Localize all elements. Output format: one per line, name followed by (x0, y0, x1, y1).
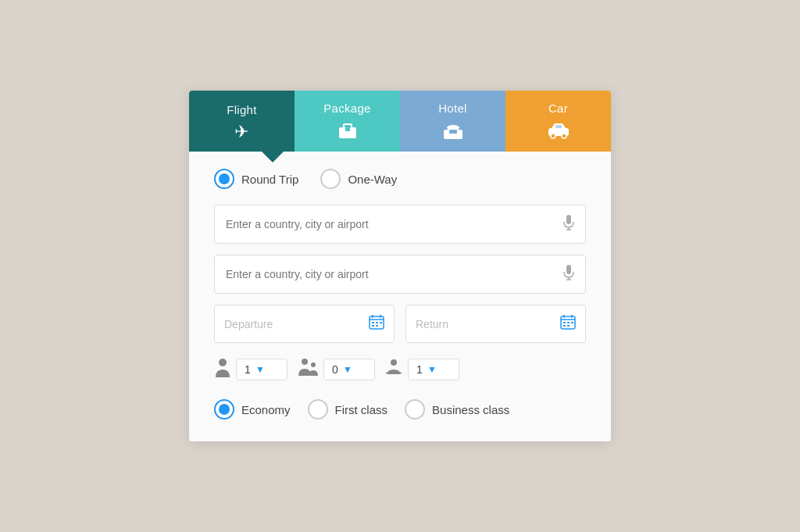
departure-field[interactable]: Departure (214, 305, 395, 343)
one-way-radio[interactable] (320, 169, 341, 189)
svg-point-7 (551, 134, 555, 138)
tab-package-label: Package (323, 102, 370, 115)
adults-dropdown-arrow: ▼ (255, 364, 265, 375)
infants-dropdown-arrow: ▼ (427, 364, 437, 375)
infants-group: 0 1 2 ▼ (384, 359, 459, 380)
tab-bar: Flight ✈ Package Hotel (189, 91, 611, 152)
adults-select[interactable]: 1 2 3 4 5 (245, 363, 252, 376)
tab-flight-label: Flight (227, 103, 256, 116)
children-icon (297, 357, 319, 382)
round-trip-option[interactable]: Round Trip (214, 169, 298, 189)
infant-icon (384, 359, 403, 380)
mic-icon-destination (563, 265, 574, 284)
svg-rect-23 (372, 325, 374, 327)
svg-rect-24 (376, 325, 378, 327)
svg-rect-32 (563, 325, 566, 327)
return-calendar-icon (560, 314, 576, 334)
children-group: 0 1 2 3 4 ▼ (297, 357, 375, 382)
round-trip-radio[interactable] (214, 169, 234, 189)
tab-package[interactable]: Package (295, 91, 400, 152)
infants-select-wrap[interactable]: 0 1 2 ▼ (408, 359, 459, 380)
origin-field[interactable] (214, 205, 586, 244)
svg-point-36 (311, 362, 316, 367)
tab-car[interactable]: Car (505, 91, 611, 152)
svg-rect-30 (567, 322, 570, 323)
first-class-label: First class (335, 403, 388, 416)
svg-rect-9 (555, 125, 562, 128)
business-class-label: Business class (432, 403, 509, 416)
adults-select-wrap[interactable]: 1 2 3 4 5 ▼ (236, 359, 288, 380)
round-trip-label: Round Trip (241, 173, 298, 186)
first-class-option[interactable]: First class (308, 399, 388, 420)
svg-point-35 (302, 359, 308, 365)
svg-rect-33 (567, 325, 570, 327)
booking-card: Flight ✈ Package Hotel (189, 91, 611, 441)
round-trip-dot (219, 173, 230, 184)
trip-type-row: Round Trip One-Way (214, 169, 586, 189)
destination-field[interactable] (214, 255, 586, 294)
children-dropdown-arrow: ▼ (343, 364, 352, 375)
adults-group: 1 2 3 4 5 ▼ (214, 357, 288, 382)
tab-hotel[interactable]: Hotel (400, 91, 505, 152)
return-placeholder: Return (416, 318, 448, 330)
svg-rect-29 (563, 322, 566, 323)
first-class-radio[interactable] (308, 399, 328, 420)
origin-input[interactable] (226, 218, 563, 230)
business-class-radio[interactable] (405, 399, 425, 420)
business-class-option[interactable]: Business class (405, 399, 509, 420)
flight-icon: ✈ (234, 123, 248, 141)
svg-rect-31 (571, 322, 573, 323)
svg-rect-2 (345, 127, 350, 131)
passengers-row: 1 2 3 4 5 ▼ (214, 357, 586, 382)
one-way-option[interactable]: One-Way (320, 169, 397, 189)
svg-rect-5 (449, 130, 457, 134)
svg-point-34 (219, 359, 227, 366)
destination-input[interactable] (226, 268, 563, 280)
economy-label: Economy (241, 403, 291, 416)
mic-icon-origin (563, 215, 574, 234)
svg-rect-4 (447, 125, 459, 130)
svg-point-8 (562, 134, 566, 138)
return-field[interactable]: Return (405, 305, 586, 343)
tab-flight[interactable]: Flight ✈ (189, 91, 295, 152)
adult-icon (214, 357, 231, 382)
svg-point-37 (391, 359, 397, 366)
tab-hotel-label: Hotel (438, 102, 467, 115)
svg-rect-22 (380, 322, 382, 323)
economy-option[interactable]: Economy (214, 399, 291, 420)
infants-select[interactable]: 0 1 2 (416, 363, 424, 376)
svg-rect-20 (372, 322, 374, 323)
children-select-wrap[interactable]: 0 1 2 3 4 ▼ (323, 359, 375, 380)
svg-rect-21 (376, 322, 378, 323)
svg-rect-10 (566, 215, 571, 224)
economy-radio[interactable] (214, 399, 234, 420)
tab-car-label: Car (548, 102, 568, 115)
date-row: Departure Return (214, 305, 586, 343)
hotel-icon (442, 122, 464, 142)
children-select[interactable]: 0 1 2 3 4 (332, 363, 340, 376)
car-icon (546, 122, 571, 142)
form-area: Round Trip One-Way (189, 152, 611, 441)
package-icon (338, 122, 358, 142)
active-tab-arrow (262, 152, 284, 162)
cabin-class-row: Economy First class Business class (214, 399, 586, 420)
economy-dot (219, 404, 230, 415)
departure-calendar-icon (369, 314, 384, 334)
svg-rect-13 (566, 265, 571, 274)
departure-placeholder: Departure (224, 318, 273, 330)
one-way-label: One-Way (348, 173, 397, 186)
